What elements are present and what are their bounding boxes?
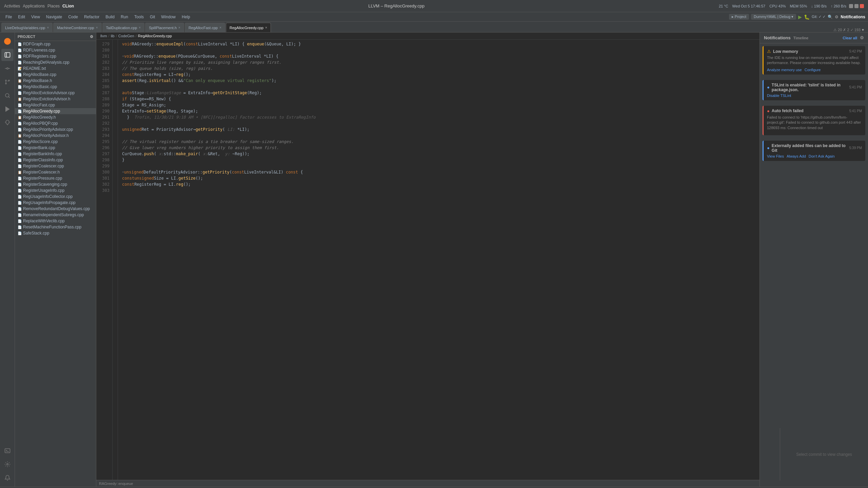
file-item[interactable]: 📋RegAllocEvictionAdvisor.h <box>15 96 96 102</box>
tab-regallocfast-close[interactable]: × <box>219 26 221 29</box>
file-item[interactable]: 📄RegAllocGreedy.cpp <box>15 108 96 114</box>
file-item[interactable]: 📋RegisterCoalescer.h <box>15 169 96 175</box>
menu-view[interactable]: View <box>28 14 43 20</box>
code-line[interactable] <box>122 187 755 194</box>
file-item[interactable]: 📋RegAllocPriorityAdvisor.h <box>15 133 96 139</box>
config-selector[interactable]: DummyYAML | Debug ▾ <box>751 14 796 20</box>
file-item[interactable]: 📄ResetMachineFunctionPass.cpp <box>15 224 96 230</box>
tab-regallocgreedy-close[interactable]: × <box>265 26 267 29</box>
activity-terminal-icon[interactable] <box>1 445 14 457</box>
tab-taildup[interactable]: TailDuplication.cpp × <box>102 23 145 32</box>
activities-label[interactable]: Activities <box>4 4 20 8</box>
settings-btn[interactable]: ⚙ <box>835 15 839 19</box>
file-item[interactable]: 📄RDFLiveness.cpp <box>15 47 96 53</box>
file-item[interactable]: 📄RemoveRedundantDebugValues.cpp <box>15 206 96 212</box>
file-item[interactable]: 📄RegisterUsageInfo.cpp <box>15 187 96 194</box>
menu-build[interactable]: Build <box>103 14 117 20</box>
file-item[interactable]: 📄RDFRegisters.cpp <box>15 53 96 59</box>
file-item[interactable]: 📄RegisterCoalescer.cpp <box>15 163 96 169</box>
maximize-btn[interactable] <box>854 4 859 8</box>
file-item[interactable]: 📄RegAllocPriorityAdvisor.cpp <box>15 126 96 133</box>
menu-window[interactable]: Window <box>158 14 178 20</box>
tab-livedebug[interactable]: LiveDebugVariables.cpp × <box>1 23 53 32</box>
file-item[interactable]: 📄RDFGraph.cpp <box>15 41 96 47</box>
code-line[interactable]: assert(Reg.isVirtual() && "Can only enqu… <box>122 78 755 84</box>
file-item[interactable]: 📄RegisterPressure.cpp <box>15 175 96 181</box>
places-label[interactable]: Places <box>47 4 60 8</box>
code-line[interactable]: const Register Reg = LI→reg(); <box>122 72 755 78</box>
file-item[interactable]: 📄RegAllocPBQP.cpp <box>15 120 96 126</box>
file-item[interactable]: 📄RegisterBankInfo.cpp <box>15 151 96 157</box>
file-item[interactable]: 📄RegAllocFast.cpp <box>15 102 96 108</box>
notif-settings-icon[interactable]: ⚙ <box>860 35 864 40</box>
code-line[interactable] <box>122 133 755 139</box>
breadcrumb-llvm[interactable]: llvm <box>100 34 107 38</box>
tab-spillplacement[interactable]: SpillPlacement.h × <box>145 23 184 32</box>
activity-commit-icon[interactable] <box>1 62 14 75</box>
breadcrumb-codegen[interactable]: CodeGen <box>118 34 134 38</box>
code-line[interactable]: ▾void RAGreedy::enqueue(PQueue &CurQueue… <box>122 53 755 59</box>
file-item[interactable]: 📝README.txt <box>15 65 96 72</box>
tab-machinecombiner-close[interactable]: × <box>96 26 98 29</box>
menu-tools[interactable]: Tools <box>132 14 146 20</box>
git-status-buttons[interactable]: Git: ✓ ✓ <box>812 15 826 19</box>
close-btn[interactable] <box>860 4 864 8</box>
analyze-memory-link[interactable]: Analyze memory use <box>767 68 802 72</box>
code-line[interactable]: // Prioritize live ranges by size, assig… <box>122 59 755 65</box>
code-line[interactable]: const unsigned Size = LI.getSize(); <box>122 175 755 181</box>
code-line[interactable]: unsigned Ret = PriorityAdvisor→getPriori… <box>122 126 755 133</box>
activity-notifications-icon[interactable] <box>1 472 14 484</box>
menu-edit[interactable]: Edit <box>15 14 28 20</box>
code-line[interactable]: auto Stage:LiveRangeStage = ExtraInfo→ge… <box>122 90 755 96</box>
search-everywhere-btn[interactable]: 🔍 <box>828 15 833 19</box>
code-line[interactable]: } <box>122 157 755 163</box>
menu-refactor[interactable]: Refactor <box>81 14 102 20</box>
file-item[interactable]: 📄RegisterScavenging.cpp <box>15 181 96 187</box>
code-content[interactable]: void RAGreedy::enqueueImpl(const LiveInt… <box>118 40 760 480</box>
activity-search-icon[interactable] <box>1 89 14 102</box>
code-line[interactable]: ExtraInfo→setStage(Reg, Stage); <box>122 108 755 114</box>
code-line[interactable]: // Give lower vreg numbers higher priori… <box>122 145 755 151</box>
clion-label[interactable]: CLion <box>62 4 74 8</box>
code-line[interactable] <box>122 84 755 90</box>
dont-ask-link[interactable]: Don't Ask Again <box>809 154 835 158</box>
file-item[interactable]: 📄ReachingDefAnalysis.cpp <box>15 59 96 65</box>
file-item[interactable]: 📄SafeStack.cpp <box>15 230 96 236</box>
window-controls[interactable] <box>849 4 864 8</box>
sidebar-settings-icon[interactable]: ⚙ <box>90 35 93 39</box>
menu-help[interactable]: Help <box>179 14 193 20</box>
file-item[interactable]: 📄RegAllocBasic.cpp <box>15 84 96 90</box>
project-selector[interactable]: ▸ Project <box>729 14 749 20</box>
code-line[interactable]: const Register Reg = LI.reg(); <box>122 181 755 187</box>
menu-run[interactable]: Run <box>118 14 131 20</box>
file-item[interactable]: 📄RegAllocBase.cpp <box>15 72 96 78</box>
code-line[interactable]: if (Stage == RS_New) { <box>122 96 755 102</box>
applications-label[interactable]: Applications <box>23 4 45 8</box>
code-line[interactable] <box>122 120 755 126</box>
code-line[interactable]: void RAGreedy::enqueueImpl(const LiveInt… <box>122 41 755 47</box>
disable-tslint-link[interactable]: Disable TSLint <box>767 94 791 98</box>
clear-all-button[interactable]: Clear all <box>843 36 857 40</box>
file-item[interactable]: 📋RegAllocGreedy.h <box>15 114 96 120</box>
activity-run-icon[interactable] <box>1 103 14 115</box>
tab-taildup-close[interactable]: × <box>139 26 141 29</box>
file-item[interactable]: 📄RegAllocEvictionAdvisor.cpp <box>15 90 96 96</box>
debug-button[interactable]: 🐛 <box>804 14 810 20</box>
file-item[interactable]: 📄RegUsageInfoPropagate.cpp <box>15 200 96 206</box>
menu-navigate[interactable]: Navigate <box>43 14 65 20</box>
file-item[interactable]: 📄RegUsageInfoCollector.cpp <box>15 194 96 200</box>
breadcrumb-lib[interactable]: lib <box>111 34 115 38</box>
tab-livedebug-close[interactable]: × <box>47 26 49 29</box>
configure-link[interactable]: Configure <box>805 68 821 72</box>
activity-project-icon[interactable] <box>1 49 14 61</box>
notifications-btn[interactable]: Notifications <box>841 15 865 19</box>
code-line[interactable]: } Trofin, 11/30/21 9:18 AM • [NFC][regal… <box>122 114 755 120</box>
view-files-link[interactable]: View Files <box>767 154 784 158</box>
file-item[interactable]: 📋RegAllocBase.h <box>15 78 96 84</box>
code-line[interactable]: CurQueue.push( x: std::make_pair( x: &Re… <box>122 151 755 157</box>
activity-debug-icon[interactable] <box>1 117 14 129</box>
activity-git-icon[interactable] <box>1 76 14 88</box>
tab-machinecombiner[interactable]: MachineCombiner.cpp × <box>53 23 101 32</box>
code-line[interactable]: // The virtual register number is a tie … <box>122 139 755 145</box>
tab-more[interactable]: ▾ <box>862 27 864 32</box>
